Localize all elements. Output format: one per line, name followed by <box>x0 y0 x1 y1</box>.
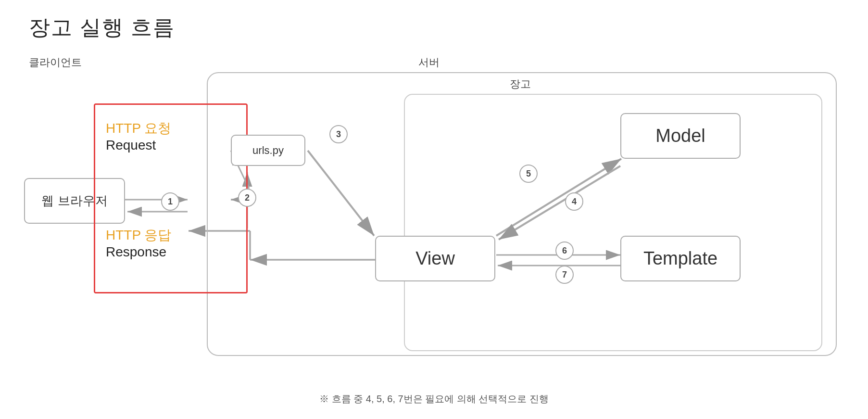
step-7-circle: 7 <box>555 266 574 284</box>
view-label: View <box>415 248 455 269</box>
urls-label: urls.py <box>252 144 284 157</box>
server-label: 서버 <box>418 55 440 70</box>
http-request-text: HTTP 요청 Request <box>106 119 171 153</box>
footnote: ※ 흐름 중 4, 5, 6, 7번은 필요에 의해 선택적으로 진행 <box>319 393 549 406</box>
view-box: View <box>375 236 495 281</box>
model-label: Model <box>655 126 705 146</box>
http-request-orange: HTTP 요청 <box>106 121 171 136</box>
step-3-circle: 3 <box>329 125 348 143</box>
http-response-orange: HTTP 응답 <box>106 228 171 242</box>
http-response-black: Response <box>106 244 166 259</box>
client-label: 클라이언트 <box>29 55 82 70</box>
template-box: Template <box>620 236 741 281</box>
step-5-circle: 5 <box>519 165 538 183</box>
http-response-text: HTTP 응답 Response <box>106 226 171 260</box>
http-request-black: Request <box>106 138 156 152</box>
step-1-circle: 1 <box>161 192 179 211</box>
template-label: Template <box>643 248 717 269</box>
step-6-circle: 6 <box>555 241 574 260</box>
page-title: 장고 실행 흐름 <box>29 13 175 42</box>
model-box: Model <box>620 113 741 159</box>
django-inner-box <box>404 94 822 351</box>
urls-box: urls.py <box>231 135 305 166</box>
step-2-circle: 2 <box>238 189 256 207</box>
step-4-circle: 4 <box>565 192 583 211</box>
